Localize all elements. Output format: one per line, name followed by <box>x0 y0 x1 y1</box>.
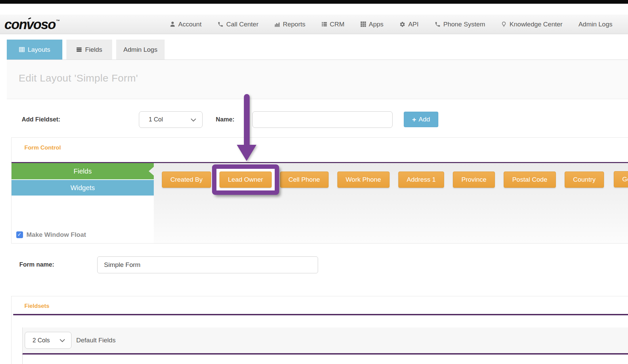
plus-icon: + <box>412 116 416 123</box>
fieldset-columns-select[interactable]: 1 Col <box>139 111 203 128</box>
select-value: 2 Cols <box>33 337 50 344</box>
make-window-float-row[interactable]: Make Window Float <box>16 231 86 238</box>
sidebar-tab-label: Widgets <box>70 184 95 192</box>
nav-item-admin-logs[interactable]: Admin Logs <box>579 21 612 28</box>
nav-item-account[interactable]: Account <box>170 21 202 28</box>
table-icon <box>19 47 25 52</box>
make-window-float-label: Make Window Float <box>26 231 86 238</box>
grid-icon <box>360 21 366 27</box>
tab-layouts[interactable]: Layouts <box>7 40 62 60</box>
fieldset-name-label: Name: <box>216 116 234 123</box>
nav-label: Account <box>178 21 202 28</box>
chevron-down-icon <box>60 339 65 342</box>
page-title: Edit Layout 'Simple Form' <box>19 72 628 84</box>
tab-label: Layouts <box>28 46 50 53</box>
highlight-box: Lead Owner <box>212 164 279 195</box>
form-name-input[interactable] <box>97 256 318 273</box>
bar-chart-icon <box>274 21 280 27</box>
nav-label: Knowledge Center <box>509 21 562 28</box>
form-control-header: Form Control <box>24 144 61 151</box>
field-button-lead-owner[interactable]: Lead Owner <box>219 172 272 188</box>
rows-icon <box>76 47 82 52</box>
add-fieldset-label: Add Fieldset: <box>22 116 60 123</box>
trademark-symbol: ™ <box>56 19 60 23</box>
fieldset-left-border <box>22 355 23 364</box>
nav-item-reports[interactable]: Reports <box>274 21 306 28</box>
add-button-label: Add <box>419 116 430 123</box>
tab-fields[interactable]: Fields <box>66 40 112 60</box>
lightbulb-icon <box>501 21 507 27</box>
tab-admin-logs[interactable]: Admin Logs <box>116 40 165 60</box>
tab-label: Admin Logs <box>123 46 157 53</box>
field-button-postal-code[interactable]: Postal Code <box>504 172 556 188</box>
sidebar-tab-widgets[interactable]: Widgets <box>12 180 154 196</box>
chevron-down-icon <box>191 118 196 122</box>
nav-item-phone-system[interactable]: Phone System <box>435 21 485 28</box>
logo-text: convoso <box>4 17 55 32</box>
main-navbar: convoso™ Account Call Center Reports CRM… <box>0 15 628 34</box>
sidebar-tab-label: Fields <box>74 167 91 175</box>
field-button-address-1[interactable]: Address 1 <box>398 172 444 188</box>
fieldset-row: 2 Cols Default Fields <box>22 327 628 355</box>
nav-label: API <box>408 21 419 28</box>
nav-label: Admin Logs <box>579 21 612 28</box>
fieldset-row-columns-select[interactable]: 2 Cols <box>25 332 71 349</box>
nav-label: CRM <box>330 21 344 28</box>
field-buttons-row: Created By Lead Owner Cell Phone Work Ph… <box>162 171 604 188</box>
field-button-work-phone[interactable]: Work Phone <box>337 172 390 188</box>
field-button-country[interactable]: Country <box>565 172 604 188</box>
fieldsets-panel: Fieldsets 2 Cols Default Fields <box>11 296 628 364</box>
nav-label: Phone System <box>443 21 485 28</box>
select-value: 1 Col <box>149 116 163 123</box>
fieldsets-header: Fieldsets <box>24 303 49 310</box>
nav-item-api[interactable]: API <box>399 21 419 28</box>
nav-label: Call Center <box>226 21 258 28</box>
field-button-clipped[interactable]: Ge <box>614 171 628 187</box>
field-button-province[interactable]: Province <box>453 172 495 188</box>
convoso-logo[interactable]: convoso™ <box>4 18 59 31</box>
nav-item-crm[interactable]: CRM <box>321 21 344 28</box>
form-name-label: Form name: <box>19 261 54 268</box>
nav-label: Apps <box>369 21 383 28</box>
list-icon <box>321 21 327 27</box>
form-control-panel: Form Control Created By Lead Owner Cell … <box>11 137 628 244</box>
sidebar-tab-fields[interactable]: Fields <box>12 163 154 179</box>
nav-item-knowledge-center[interactable]: Knowledge Center <box>501 21 562 28</box>
fieldsets-divider <box>13 314 628 315</box>
make-window-float-checkbox[interactable] <box>16 231 23 238</box>
nav-menu: Account Call Center Reports CRM Apps API… <box>170 21 628 28</box>
add-fieldset-button[interactable]: + Add <box>404 112 438 127</box>
field-button-cell-phone[interactable]: Cell Phone <box>280 172 329 188</box>
fieldset-row-name: Default Fields <box>76 337 116 344</box>
phone-icon <box>435 21 441 27</box>
top-black-bar <box>0 0 628 4</box>
tab-label: Fields <box>85 46 102 53</box>
user-icon <box>170 21 175 27</box>
nav-label: Reports <box>283 21 306 28</box>
nav-item-apps[interactable]: Apps <box>360 21 383 28</box>
module-tabs: Layouts Fields Admin Logs <box>7 40 165 60</box>
nav-item-call-center[interactable]: Call Center <box>217 21 258 28</box>
page-title-section: Edit Layout 'Simple Form' <box>7 60 628 99</box>
phone-icon <box>217 21 224 27</box>
fieldset-name-input[interactable] <box>252 111 393 128</box>
form-control-sidebar: Fields Widgets Make Window Float <box>12 163 154 243</box>
field-button-created-by[interactable]: Created By <box>162 172 211 188</box>
gear-icon <box>399 21 405 27</box>
